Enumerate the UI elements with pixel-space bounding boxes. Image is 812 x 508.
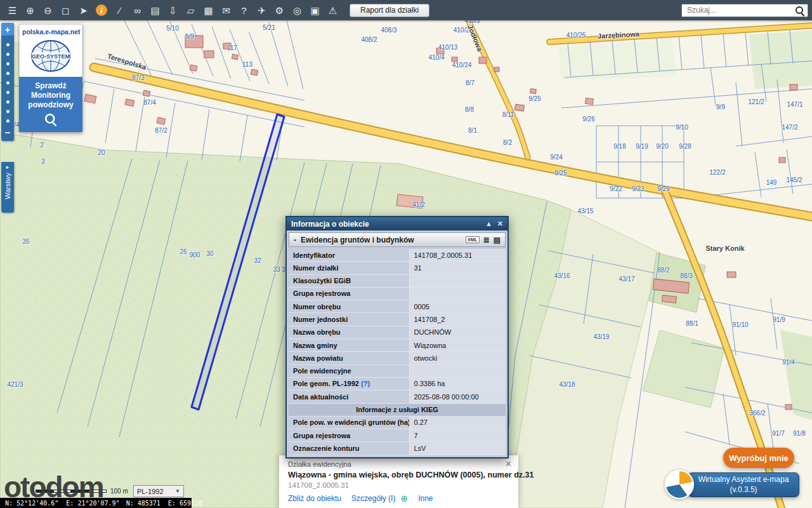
settings-icon[interactable]: ⚙ xyxy=(271,2,288,18)
tool-dot[interactable] xyxy=(6,110,10,113)
toolbar-icons: ☰⊕⊖◻➤i∕∞▤⇩▱▦✉?✈⚙◎▣⚠ xyxy=(4,2,341,18)
attribute-value: otwocki xyxy=(409,352,506,364)
attribute-value: 2025-08-08 00:00:00 xyxy=(409,391,506,403)
tool-dot[interactable] xyxy=(6,62,10,65)
attribute-label: Numer działki xyxy=(289,262,409,274)
table-icon[interactable]: ▦ xyxy=(200,2,217,18)
attribute-value xyxy=(409,274,506,287)
close-window-icon[interactable]: ✕ xyxy=(497,220,503,227)
help-icon[interactable]: ? xyxy=(235,2,252,18)
zoom-out-button[interactable]: − xyxy=(5,129,11,138)
attribute-label: Pole pow. w ewidencji gruntów (ha) xyxy=(289,416,409,429)
object-row: Grupa rejestrowa xyxy=(289,287,506,300)
attribute-label: Grupa rejestrowa xyxy=(289,287,409,300)
print-object-button[interactable]: ▤ xyxy=(494,236,501,244)
attribute-list-button[interactable]: ≣ xyxy=(483,236,490,244)
search-area-icon[interactable]: ◎ xyxy=(289,2,306,18)
transform-icon[interactable]: ▱ xyxy=(182,2,199,18)
object-table-body: Identyfikator141708_2.0005.31Numer dział… xyxy=(289,249,506,455)
section-title: Ewidencja gruntów i budynków xyxy=(301,236,414,244)
dot-toolbar xyxy=(6,36,10,129)
attribute-label: Nazwa gminy xyxy=(289,339,409,352)
object-row: Pole pow. w ewidencji gruntów (ha)0.27 xyxy=(289,416,506,429)
search-icon[interactable] xyxy=(796,6,804,15)
attribute-label: Pole geom. PL-1992 (?) xyxy=(289,377,409,390)
section-collapse-toggle[interactable]: - xyxy=(294,236,296,244)
search-input[interactable] xyxy=(681,4,808,17)
magnifier-icon xyxy=(45,114,56,125)
print-icon[interactable]: ▤ xyxy=(147,2,164,18)
tool-dot[interactable] xyxy=(6,81,10,84)
assistant-version: (v.0.3.5) xyxy=(730,485,757,495)
tool-dot[interactable] xyxy=(6,53,10,56)
left-tool-strip: + − xyxy=(1,23,14,141)
tool-dot[interactable] xyxy=(6,100,10,104)
other-link[interactable]: Inne xyxy=(418,494,433,503)
chevron-right-icon: ▸ xyxy=(6,164,10,170)
tool-dot[interactable] xyxy=(6,72,10,75)
add-icon[interactable]: ⊕ xyxy=(400,493,408,504)
pointer-icon[interactable]: ➤ xyxy=(75,2,92,18)
crs-select[interactable]: PL-1992 ▼ xyxy=(133,485,184,497)
close-panel-icon[interactable]: ✕ xyxy=(505,459,512,469)
attribute-value xyxy=(409,364,506,377)
zoom-window-icon[interactable]: ◻ xyxy=(57,2,74,18)
attribute-value: Wiązowna xyxy=(409,339,506,352)
assistant-name: Wirtualny Asystent e-mapa xyxy=(698,475,789,485)
link-icon[interactable]: ∞ xyxy=(129,2,146,18)
object-attributes-table: Identyfikator141708_2.0005.31Numer dział… xyxy=(289,249,506,455)
flood-monitoring-button[interactable]: Sprawdź Monitoring powodziowy xyxy=(19,77,82,132)
object-row: Grupa rejestrowa7 xyxy=(289,429,506,442)
feature-panel: Działka ewidencyjna ✕ Wiązowna - gmina w… xyxy=(279,455,518,508)
attribute-label: Nazwa obrębu xyxy=(289,326,409,338)
attribute-value xyxy=(409,287,506,300)
message-icon[interactable]: ✉ xyxy=(218,2,235,18)
tool-dot[interactable] xyxy=(6,43,10,46)
kieg-section-header: Informacje z usługi KIEG xyxy=(289,403,506,416)
scale-label: 100 m xyxy=(110,488,128,495)
zoom-to-object-link[interactable]: Zbliż do obiektu xyxy=(288,494,341,503)
layers-icon[interactable]: ☰ xyxy=(4,2,21,18)
tool-dot[interactable] xyxy=(6,91,10,94)
logo-card: polska.e-mapa.net GEO-SYSTEM Sprawdź Mon… xyxy=(19,24,82,132)
xml-export-button[interactable]: XML xyxy=(466,236,480,244)
object-row: Pole ewidencyjne xyxy=(289,364,506,377)
info-window-title: Informacja o obiekcie xyxy=(291,220,369,229)
layers-panel-tab[interactable]: ▸ Warstwy xyxy=(1,162,14,213)
zoom-in-icon[interactable]: ⊕ xyxy=(22,2,39,18)
tool-dot[interactable] xyxy=(6,119,10,123)
zoom-in-button[interactable]: + xyxy=(1,23,14,36)
attribute-label: Numer jednostki xyxy=(289,313,409,326)
object-row: Numer działki31 xyxy=(289,262,506,274)
chevron-down-icon: ▼ xyxy=(175,488,180,494)
attribute-label: Pole ewidencyjne xyxy=(289,364,409,377)
section-tools: XML≣▤ xyxy=(466,236,501,244)
info-window-titlebar[interactable]: Informacja o obiekcie ▲ ✕ xyxy=(287,217,508,231)
zoom-out-icon[interactable]: ⊖ xyxy=(39,2,56,18)
logo-top: polska.e-mapa.net GEO-SYSTEM xyxy=(19,24,82,77)
attribute-label: Numer obrębu xyxy=(289,300,409,313)
details-link[interactable]: Szczegóły (I) xyxy=(351,494,395,503)
field-help-link[interactable]: (?) xyxy=(359,380,370,387)
svg-text:GEO-SYSTEM: GEO-SYSTEM xyxy=(32,53,70,60)
attribute-label: Grupa rejestrowa xyxy=(289,429,409,442)
measure-icon[interactable]: ∕ xyxy=(111,2,128,18)
attribute-value: LsV xyxy=(409,442,506,455)
layers-tab-label: Warstwy xyxy=(4,173,11,199)
cart-icon[interactable]: ▣ xyxy=(306,2,324,18)
attribute-label: Nazwa powiatu xyxy=(289,352,409,364)
assistant-avatar[interactable] xyxy=(665,470,694,499)
object-row: Numer jednostki141708_2 xyxy=(289,313,506,326)
attribute-value: 7 xyxy=(409,429,506,442)
virtual-assistant-button[interactable]: Wirtualny Asystent e-mapa (v.0.3.5) xyxy=(688,472,799,497)
geo-system-logo: GEO-SYSTEM xyxy=(30,39,72,73)
egib-section-header[interactable]: - Ewidencja gruntów i budynków XML≣▤ xyxy=(289,232,506,247)
collapse-window-icon[interactable]: ▲ xyxy=(485,220,492,227)
send-icon[interactable]: ✈ xyxy=(253,2,270,18)
assistant-try-button[interactable]: Wypróbuj mnie xyxy=(723,448,794,468)
info-icon[interactable]: i xyxy=(96,4,107,16)
warning-icon[interactable]: ⚠ xyxy=(324,2,341,18)
parcel-report-button[interactable]: Raport dla działki xyxy=(350,4,429,17)
download-icon[interactable]: ⇩ xyxy=(164,2,181,18)
watermark-otodom: otodom xyxy=(4,470,103,504)
